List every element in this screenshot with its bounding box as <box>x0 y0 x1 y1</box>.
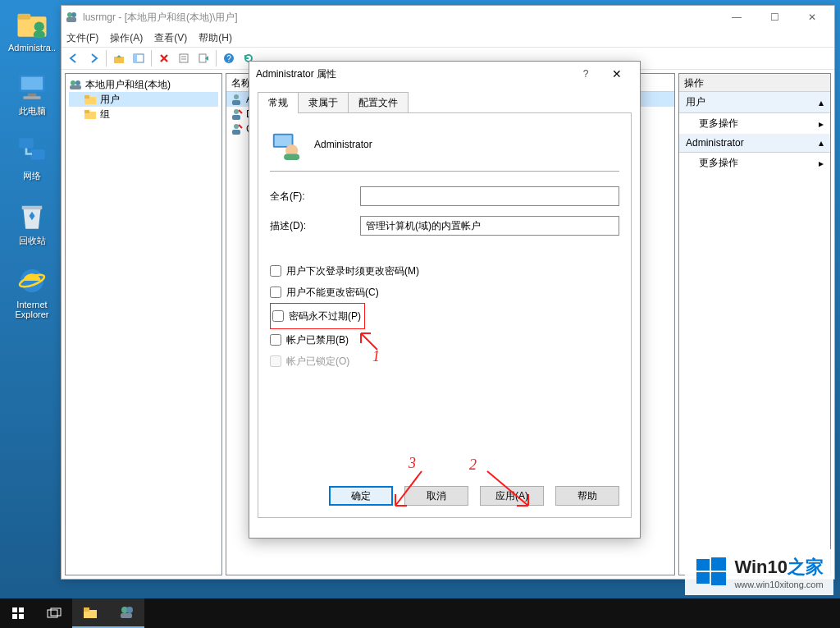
actions-more[interactable]: 更多操作 ▸ <box>679 113 830 134</box>
tab-memberof[interactable]: 隶属于 <box>298 92 349 113</box>
task-view-button[interactable] <box>36 598 72 628</box>
svg-point-2 <box>34 21 44 31</box>
ie-icon <box>15 264 49 298</box>
folder-user-icon <box>15 7 49 41</box>
show-hide-button[interactable] <box>130 49 148 67</box>
cancel-button[interactable]: 取消 <box>404 486 468 506</box>
description-row: 描述(D): <box>270 216 619 236</box>
svg-point-34 <box>234 109 239 114</box>
svg-rect-29 <box>84 95 89 99</box>
menu-view[interactable]: 查看(V) <box>154 31 187 45</box>
desktop-icon-network[interactable]: 网络 <box>3 134 61 182</box>
properties-button[interactable] <box>175 49 193 67</box>
up-button[interactable] <box>110 49 128 67</box>
desktop-icon-this-pc[interactable]: 此电脑 <box>3 69 61 117</box>
svg-rect-46 <box>12 607 17 612</box>
start-button[interactable] <box>0 598 36 628</box>
chevron-right-icon: ▸ <box>819 118 824 130</box>
actions-header: 操作 <box>679 74 830 92</box>
recycle-icon <box>15 199 49 233</box>
tree-groups[interactable]: 组 <box>69 107 218 121</box>
dialog-close-button[interactable]: ✕ <box>600 67 633 80</box>
tab-profile[interactable]: 配置文件 <box>348 92 409 113</box>
user-large-icon <box>270 129 301 160</box>
check-cant-change[interactable]: 用户不能更改密码(C) <box>270 282 619 303</box>
svg-rect-27 <box>70 85 81 89</box>
folder-icon <box>84 94 97 105</box>
svg-rect-1 <box>18 14 31 20</box>
menubar: 文件(F) 操作(A) 查看(V) 帮助(H) <box>62 29 834 47</box>
svg-rect-39 <box>275 135 292 146</box>
dialog-titlebar[interactable]: Administrator 属性 ? ✕ <box>249 62 640 86</box>
tree-panel: 本地用户和组(本地) 用户 组 <box>65 73 222 575</box>
help-button[interactable]: ? <box>220 49 238 67</box>
svg-rect-47 <box>19 607 24 612</box>
panel-title: Administrator <box>686 137 744 149</box>
fullname-input[interactable] <box>360 186 619 206</box>
pc-icon <box>15 69 49 103</box>
maximize-button[interactable]: ☐ <box>756 6 793 29</box>
desktop-icon-administrator[interactable]: Administra.. <box>3 7 61 53</box>
check-label: 用户不能更改密码(C) <box>286 286 379 300</box>
divider <box>270 171 619 172</box>
checkbox[interactable] <box>270 265 281 277</box>
actions-more[interactable]: 更多操作 ▸ <box>679 153 830 173</box>
explorer-icon <box>83 606 98 619</box>
dialog-help-button[interactable]: ? <box>571 68 600 80</box>
collapse-icon: ▴ <box>819 137 824 149</box>
check-label: 帐户已锁定(O) <box>286 355 349 369</box>
desktop-icon-label: Internet Explorer <box>3 300 61 319</box>
svg-rect-45 <box>711 572 726 585</box>
description-input[interactable] <box>360 216 619 236</box>
back-button[interactable] <box>65 49 83 67</box>
watermark-brand-a: Win10 <box>734 557 788 577</box>
svg-point-36 <box>234 124 239 129</box>
dialog-title: Administrator 属性 <box>256 67 571 81</box>
arrow-right-icon <box>88 53 99 64</box>
check-must-change[interactable]: 用户下次登录时须更改密码(M) <box>270 260 619 282</box>
tab-general[interactable]: 常规 <box>258 92 299 113</box>
help-button[interactable]: 帮助 <box>555 486 619 506</box>
actions-panel-admin[interactable]: Administrator ▴ <box>679 134 830 153</box>
svg-rect-44 <box>696 572 710 584</box>
svg-rect-49 <box>19 614 24 619</box>
actions-panel-users[interactable]: 用户 ▴ <box>679 92 830 113</box>
titlebar[interactable]: lusrmgr - [本地用户和组(本地)\用户] — ☐ ✕ <box>62 6 834 29</box>
svg-point-32 <box>234 94 239 99</box>
svg-point-25 <box>71 80 75 85</box>
svg-rect-33 <box>232 100 240 105</box>
folder-icon <box>84 108 97 120</box>
checkbox[interactable] <box>270 286 281 298</box>
taskbar-explorer[interactable] <box>72 598 108 628</box>
properties-icon <box>178 53 189 64</box>
tree-users[interactable]: 用户 <box>69 92 218 107</box>
tree-root[interactable]: 本地用户和组(本地) <box>69 77 218 92</box>
watermark: Win10之家 www.win10xitong.com <box>685 549 833 595</box>
taskbar-lusrmgr[interactable] <box>108 598 144 628</box>
user-header: Administrator <box>270 125 619 164</box>
menu-action[interactable]: 操作(A) <box>110 31 143 45</box>
ok-button[interactable]: 确定 <box>329 486 393 506</box>
menu-file[interactable]: 文件(F) <box>66 31 98 45</box>
minimize-button[interactable]: — <box>718 6 756 29</box>
menu-help[interactable]: 帮助(H) <box>199 31 232 45</box>
check-never-expire[interactable]: 密码永不过期(P) <box>272 305 361 327</box>
desktop-icon-recycle[interactable]: 回收站 <box>3 199 61 247</box>
delete-button[interactable] <box>155 49 173 67</box>
highlight-box: 密码永不过期(P) <box>270 303 365 329</box>
taskbar[interactable] <box>0 598 840 628</box>
checkbox[interactable] <box>270 334 281 346</box>
svg-rect-31 <box>84 110 89 113</box>
username: Administrator <box>314 139 372 150</box>
export-button[interactable] <box>194 49 212 67</box>
user-icon <box>230 93 243 106</box>
desktop-icon-ie[interactable]: Internet Explorer <box>3 264 61 319</box>
check-disabled[interactable]: 帐户已禁用(B) <box>270 329 619 351</box>
checkbox[interactable] <box>272 310 284 322</box>
tree-label: 本地用户和组(本地) <box>85 78 171 92</box>
apply-button[interactable]: 应用(A) <box>480 486 544 506</box>
svg-point-14 <box>71 12 76 17</box>
forward-button[interactable] <box>84 49 103 67</box>
close-button[interactable]: ✕ <box>793 6 831 29</box>
svg-rect-7 <box>24 96 41 99</box>
